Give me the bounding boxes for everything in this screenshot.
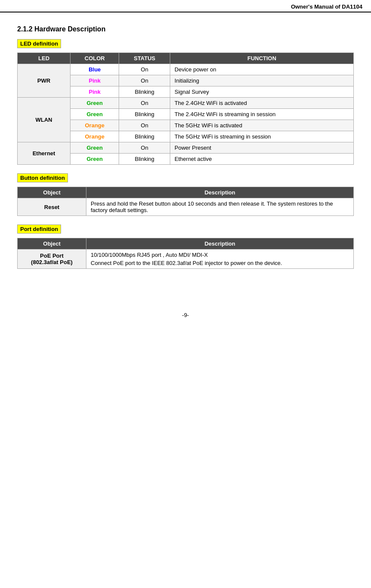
color-pink-1: Pink	[71, 75, 119, 86]
poe-desc-line2: Connect PoE port to the IEEE 802.3af/at …	[91, 260, 349, 266]
page-content: 2.1.2 Hardware Description LED definitio…	[0, 12, 371, 295]
color-blue: Blue	[71, 64, 119, 75]
wlan-led-label: WLAN	[18, 98, 71, 142]
reset-description: Press and hold the Reset button about 10…	[86, 198, 354, 216]
poe-port-name: PoE Port	[22, 252, 82, 259]
function-initializing: Initializing	[170, 75, 354, 86]
status-on-3: On	[119, 98, 170, 109]
led-col-header: LED	[18, 53, 71, 64]
port-table: Object Description PoE Port (802.3af/at …	[17, 238, 354, 269]
color-col-header: COLOR	[71, 53, 119, 64]
button-table: Object Description Reset Press and hold …	[17, 187, 354, 216]
function-device-power-on: Device power on	[170, 64, 354, 75]
status-blinking-1: Blinking	[119, 86, 170, 98]
button-object-col-header: Object	[18, 187, 86, 198]
function-24ghz-streaming: The 2.4GHz WiFi is streaming in session	[170, 109, 354, 120]
table-row: Reset Press and hold the Reset button ab…	[18, 198, 354, 216]
section-title: 2.1.2 Hardware Description	[17, 25, 354, 33]
header-title: Owner's Manual of DA1104	[291, 3, 362, 10]
status-col-header: STATUS	[119, 53, 170, 64]
button-definition-label: Button definition	[17, 173, 68, 182]
color-green-4: Green	[71, 154, 119, 165]
status-on-2: On	[119, 75, 170, 86]
port-definition-label: Port definition	[17, 225, 61, 234]
color-pink-2: Pink	[71, 86, 119, 98]
function-24ghz-activated: The 2.4GHz WiFi is activated	[170, 98, 354, 109]
page-number: -9-	[182, 312, 189, 318]
led-table: LED COLOR STATUS FUNCTION PWR Blue On De…	[17, 52, 354, 165]
table-row: PoE Port (802.3af/at PoE) 10/100/1000Mbp…	[18, 249, 354, 269]
reset-label: Reset	[18, 198, 86, 216]
color-orange-1: Orange	[71, 120, 119, 131]
port-table-header-row: Object Description	[18, 238, 354, 249]
table-row: PWR Blue On Device power on	[18, 64, 354, 75]
poe-port-spec: (802.3af/at PoE)	[22, 259, 82, 265]
function-ethernet-active: Ethernet active	[170, 154, 354, 165]
led-table-header-row: LED COLOR STATUS FUNCTION	[18, 53, 354, 64]
button-table-header-row: Object Description	[18, 187, 354, 198]
function-col-header: FUNCTION	[170, 53, 354, 64]
function-signal-survey: Signal Survey	[170, 86, 354, 98]
function-5ghz-activated: The 5GHz WiFi is activated	[170, 120, 354, 131]
status-on-5: On	[119, 142, 170, 154]
status-on: On	[119, 64, 170, 75]
color-orange-2: Orange	[71, 131, 119, 142]
poe-port-description: 10/100/1000Mbps RJ45 port , Auto MDI/ MD…	[86, 249, 354, 269]
status-on-4: On	[119, 120, 170, 131]
button-desc-col-header: Description	[86, 187, 354, 198]
port-desc-col-header: Description	[86, 238, 354, 249]
pwr-led-label: PWR	[18, 64, 71, 98]
poe-port-label: PoE Port (802.3af/at PoE)	[18, 249, 86, 269]
color-green-1: Green	[71, 98, 119, 109]
page-header: Owner's Manual of DA1104	[0, 0, 371, 12]
table-row: Ethernet Green On Power Present	[18, 142, 354, 154]
status-blinking-4: Blinking	[119, 154, 170, 165]
ethernet-led-label: Ethernet	[18, 142, 71, 165]
page-footer: -9-	[0, 312, 371, 318]
port-object-col-header: Object	[18, 238, 86, 249]
table-row: WLAN Green On The 2.4GHz WiFi is activat…	[18, 98, 354, 109]
function-5ghz-streaming: The 5GHz WiFi is streaming in session	[170, 131, 354, 142]
led-definition-label: LED definition	[17, 39, 61, 48]
color-green-3: Green	[71, 142, 119, 154]
color-green-2: Green	[71, 109, 119, 120]
status-blinking-3: Blinking	[119, 131, 170, 142]
poe-desc-line1: 10/100/1000Mbps RJ45 port , Auto MDI/ MD…	[91, 252, 349, 258]
status-blinking-2: Blinking	[119, 109, 170, 120]
function-power-present: Power Present	[170, 142, 354, 154]
